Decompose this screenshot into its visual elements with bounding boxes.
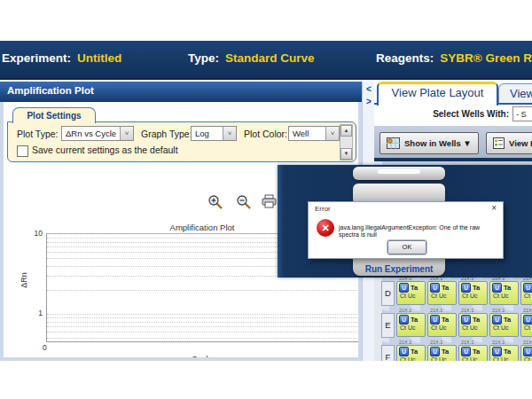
well-line2: Ct Uc: [492, 325, 516, 331]
plate-well[interactable]: 21X.1UTaCt Uc: [489, 340, 520, 361]
well-box[interactable]: UTaCt Uc: [458, 313, 488, 337]
unknown-task-icon: U: [399, 315, 409, 325]
unknown-task-icon: U: [461, 315, 471, 325]
zoom-in-button[interactable]: [207, 194, 225, 210]
show-in-wells-button[interactable]: Show in Wells ▼: [379, 132, 479, 154]
close-icon[interactable]: ×: [491, 203, 497, 213]
unknown-task-icon: U: [430, 347, 440, 356]
plate-well[interactable]: 21X.1UTaCt Uc: [458, 276, 489, 308]
well-box[interactable]: UTaCt Uc: [427, 345, 457, 361]
plate-well[interactable]: 21X.1UTaCt Uc: [520, 308, 532, 340]
gridline: [47, 332, 358, 332]
plate-well[interactable]: 21X.1UTaCt Uc: [458, 340, 489, 361]
well-box[interactable]: UTaCt Uc: [396, 345, 426, 361]
chevron-down-icon[interactable]: ˅: [223, 127, 236, 140]
experiment-info: Experiment:Untitled: [2, 51, 121, 65]
zoom-out-button[interactable]: [236, 194, 254, 210]
unknown-task-icon: U: [523, 347, 532, 356]
plot-type-dropdown[interactable]: ΔRn vs Cycle ˅: [61, 126, 134, 141]
plate-icon: [387, 137, 400, 149]
print-button[interactable]: [261, 194, 278, 210]
well-line2: Ct Uc: [399, 325, 423, 331]
collapse-right-icon[interactable]: >: [364, 97, 374, 106]
gridline: [47, 322, 358, 323]
plate-well[interactable]: 21X.1UTaCt Uc: [396, 276, 427, 308]
well-line2: Ct Uc: [492, 293, 516, 299]
chevron-down-icon[interactable]: ˅: [120, 127, 133, 140]
plate-well[interactable]: 21X.1UTaCt Uc: [427, 276, 458, 308]
unknown-task-icon: U: [461, 347, 471, 356]
plate-well[interactable]: 21X.1UTaCt Uc: [520, 340, 532, 361]
panel-header: Amplification Plot: [0, 82, 362, 102]
tab-view-well-table[interactable]: View: [498, 83, 532, 104]
graph-type-dropdown[interactable]: Log ˅: [191, 126, 237, 141]
gridline: [47, 290, 358, 291]
well-box[interactable]: UTaCt Uc: [458, 281, 488, 305]
well-target: Ta: [504, 284, 511, 292]
well-box[interactable]: UTaCt Uc: [458, 345, 488, 361]
unknown-task-icon: U: [492, 315, 502, 325]
well-box[interactable]: UTaCt Uc: [520, 281, 532, 305]
save-default-checkbox[interactable]: [17, 145, 28, 157]
well-box[interactable]: UTaCt Uc: [520, 345, 532, 361]
well-line2: Ct Uc: [399, 356, 423, 361]
select-wells-label: Select Wells With:: [374, 109, 509, 119]
plate-well[interactable]: 21X.1UTaCt Uc: [427, 340, 458, 361]
well-box[interactable]: UTaCt Uc: [427, 281, 457, 305]
unknown-task-icon: U: [399, 283, 409, 293]
well-line2: Ct Uc: [523, 325, 532, 331]
well-box[interactable]: UTaCt Uc: [427, 313, 457, 337]
well-box[interactable]: UTaCt Uc: [489, 313, 519, 337]
well-target: Ta: [411, 316, 418, 324]
plate-well[interactable]: 21X.1UTaCt Uc: [396, 308, 427, 340]
well-line2: Ct Uc: [430, 293, 454, 299]
scroll-up-icon[interactable]: ▲: [340, 125, 352, 137]
error-dialog: Error × ✕ java.lang.IllegalArgumentExcep…: [308, 201, 504, 259]
plate-well[interactable]: 21X.1UTaCt Uc: [489, 308, 520, 340]
gridline: [47, 314, 358, 315]
chevron-down-icon[interactable]: ˅: [325, 127, 339, 140]
well-line2: Ct Uc: [399, 293, 423, 299]
error-message: java.lang.IllegalArgumentException: One …: [339, 224, 498, 239]
well-box[interactable]: UTaCt Uc: [396, 281, 426, 305]
plate-well[interactable]: 21X.1UTaCt Uc: [489, 276, 520, 308]
plate-well[interactable]: 21X.1UTaCt Uc: [458, 308, 489, 340]
settings-scrollbar[interactable]: ▲ ▼: [340, 124, 353, 160]
reagents-value: SYBR® Green R: [440, 51, 532, 65]
experiment-value: Untitled: [77, 51, 121, 65]
panel-title: Amplification Plot: [7, 85, 94, 96]
print-icon: [261, 194, 278, 209]
y-axis-tick-10: 10: [27, 229, 43, 238]
plate-row-label: F: [381, 345, 395, 361]
well-line2: Ct Uc: [492, 356, 516, 361]
experiment-label: Experiment:: [2, 51, 71, 65]
plate-well[interactable]: 21X.1UTaCt Uc: [396, 340, 427, 361]
ok-button[interactable]: OK: [387, 240, 426, 254]
gridline: [47, 317, 358, 318]
plot-color-label: Plot Color:: [244, 129, 287, 139]
tab-view-plate-layout[interactable]: View Plate Layout: [377, 82, 498, 106]
type-label: Type:: [188, 51, 219, 65]
x-axis-label: Cycle: [46, 354, 358, 357]
plot-color-dropdown[interactable]: Well ˅: [288, 126, 340, 141]
y-axis-label: ΔRn: [20, 267, 28, 293]
y-axis-tick-1: 1: [27, 309, 43, 317]
collapse-left-icon[interactable]: <: [364, 84, 374, 94]
well-box[interactable]: UTaCt Uc: [520, 313, 532, 337]
well-box[interactable]: UTaCt Uc: [489, 345, 519, 361]
well-box[interactable]: UTaCt Uc: [489, 281, 519, 305]
well-box[interactable]: UTaCt Uc: [396, 313, 426, 337]
view-legend-button[interactable]: View L: [486, 132, 532, 154]
plate-well[interactable]: 21X.1UTaCt Uc: [520, 276, 532, 308]
run-experiment-label: Run Experiment: [365, 264, 434, 276]
scroll-down-icon[interactable]: ▼: [340, 148, 352, 160]
select-wells-dropdown[interactable]: - S: [512, 106, 532, 121]
well-target: Ta: [442, 284, 449, 292]
plate-well[interactable]: 21X.1UTaCt Uc: [427, 308, 458, 340]
gridline: [47, 338, 358, 339]
well-target: Ta: [442, 348, 449, 356]
reagents-info: Reagents:SYBR® Green R: [376, 51, 532, 65]
instrument-button-1[interactable]: [353, 167, 445, 180]
well-line2: Ct Uc: [523, 356, 532, 361]
tab-plot-settings[interactable]: Plot Settings: [12, 107, 96, 123]
